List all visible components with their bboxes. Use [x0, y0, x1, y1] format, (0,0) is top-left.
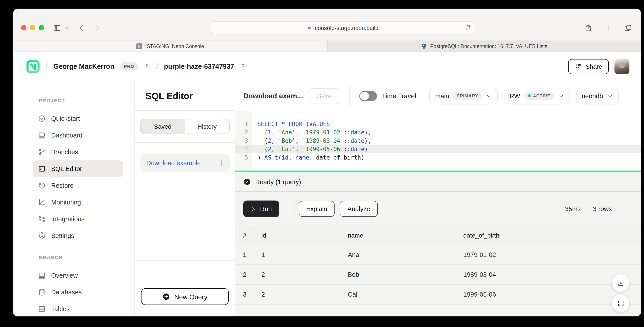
table-row[interactable]: 32Cal1999-05-06	[236, 285, 641, 304]
sidebar-toggle-icon[interactable]	[53, 24, 61, 32]
compute-select[interactable]: RW ACTIVE	[504, 88, 570, 104]
code-line[interactable]: 5) AS t(id, name, date_of_birth)	[236, 153, 641, 162]
row-index-cell: 3	[236, 285, 254, 304]
column-header-name: name	[341, 226, 456, 244]
neon-logo[interactable]	[26, 60, 40, 73]
editor-resize-handle[interactable]	[236, 170, 641, 172]
time-travel-toggle[interactable]	[359, 90, 377, 101]
line-number: 3	[236, 136, 252, 145]
sidebar-item-monitoring[interactable]: Monitoring	[32, 194, 123, 211]
close-window-button[interactable]	[21, 25, 26, 30]
row-index-cell: 2	[236, 265, 254, 284]
sidebar-item-restore[interactable]: Restore	[32, 177, 123, 194]
expand-icon	[617, 300, 624, 307]
breadcrumb-project-name[interactable]: purple-haze-63747937	[164, 62, 234, 70]
database-select[interactable]: neondb	[576, 88, 619, 104]
status-text: Ready (1 query)	[255, 178, 301, 185]
line-number: 2	[236, 128, 252, 136]
org-selector-icon[interactable]	[144, 62, 150, 70]
sidebar-item-tables[interactable]: Tables	[32, 300, 123, 316]
toolbar-divider	[349, 86, 350, 106]
sql-code-editor[interactable]: 1SELECT * FROM (VALUES2 (1, 'Ana', '1979…	[236, 111, 641, 170]
explain-button[interactable]: Explain	[299, 201, 334, 217]
code-line[interactable]: 2 (1, 'Ana', '1979-01-02'::date),	[236, 128, 641, 136]
save-button[interactable]: Save	[309, 88, 340, 104]
sidebar-item-overview[interactable]: Overview	[32, 267, 123, 284]
tab-title: PostgreSQL: Documentation: 16: 7.7. VALU…	[430, 44, 547, 49]
table-cell: 2	[254, 285, 341, 304]
actions-bar: Run Explain Analyze 35ms 3 rows	[236, 192, 641, 226]
sidebar-item-label: Restore	[51, 182, 74, 189]
reload-icon[interactable]	[464, 24, 470, 32]
code-line[interactable]: 4 (2, 'Cal', '1999-05-06'::date)	[236, 145, 641, 153]
forward-button-icon[interactable]	[93, 24, 102, 32]
database-name: neondb	[582, 92, 603, 100]
dashboard-icon	[38, 131, 46, 139]
primary-badge: PRIMARY	[453, 92, 482, 100]
code-lines: 1SELECT * FROM (VALUES2 (1, 'Ana', '1979…	[236, 111, 641, 162]
results-body: 11Ana1979-01-0222Bob1989-03-0432Cal1999-…	[236, 245, 641, 304]
chevron-down-icon	[558, 93, 564, 99]
address-bar[interactable]: console-stage.neon.build	[210, 21, 475, 34]
saved-query-name: Download example	[146, 160, 201, 166]
sidebar-item-label: Branches	[51, 148, 78, 156]
analyze-button[interactable]: Analyze	[340, 201, 378, 217]
breadcrumb-separator: /	[46, 61, 48, 71]
sidebar-item-settings[interactable]: Settings	[32, 228, 123, 244]
code-text: SELECT * FROM (VALUES	[252, 120, 641, 128]
line-number: 4	[236, 145, 252, 153]
browser-tab-postgresql-docs[interactable]: PostgreSQL: Documentation: 16: 7.7. VALU…	[327, 41, 641, 52]
saved-history-segmented-control: Saved History	[140, 119, 230, 134]
sidebar-item-label: Settings	[51, 232, 74, 239]
share-page-icon[interactable]	[584, 24, 592, 32]
kebab-menu-icon[interactable]	[216, 158, 227, 168]
results-header-row: # id name date_of_birth	[236, 226, 641, 245]
people-icon	[574, 62, 582, 70]
project-selector-icon[interactable]	[240, 62, 246, 70]
column-header-date-of-birth: date_of_birth	[456, 226, 641, 244]
sidebar-item-quickstart[interactable]: Quickstart	[32, 110, 123, 127]
branch-icon	[38, 148, 46, 156]
code-line[interactable]: 1SELECT * FROM (VALUES	[236, 120, 641, 128]
back-button-icon[interactable]	[78, 24, 86, 32]
share-button[interactable]: Share	[568, 59, 609, 74]
results-table: # id name date_of_birth 11Ana1979-01-022…	[236, 226, 641, 316]
user-avatar[interactable]	[614, 59, 630, 74]
sidebar-item-label: Integrations	[51, 216, 85, 222]
expand-results-button[interactable]	[612, 294, 630, 312]
editor-column: Download exam... Save Time Travel main P…	[236, 81, 641, 316]
branch-select[interactable]: main PRIMARY	[430, 88, 498, 104]
result-row-count: 3 rows	[593, 205, 612, 212]
saved-query-item[interactable]: Download example	[140, 154, 230, 172]
tables-icon	[38, 305, 46, 313]
sidebar-item-branches[interactable]: Branches	[32, 144, 123, 160]
tab-history[interactable]: History	[185, 120, 229, 134]
table-row[interactable]: 22Bob1989-03-04	[236, 265, 641, 285]
sidebar-item-integrations[interactable]: Integrations	[32, 211, 123, 228]
code-text: ) AS t(id, name, date_of_birth)	[252, 153, 641, 162]
line-number: 1	[236, 120, 252, 128]
sidebar-item-sql-editor[interactable]: SQL Editor	[32, 160, 123, 177]
sidebar-section-label: BRANCH	[39, 255, 134, 260]
code-line[interactable]: 3 (2, 'Bob', '1989-03-04'::date),	[236, 136, 641, 145]
new-tab-icon[interactable]	[604, 24, 612, 32]
chevron-down-icon	[607, 93, 613, 99]
monitoring-icon	[38, 198, 46, 206]
minimize-window-button[interactable]	[30, 25, 35, 30]
status-bar: Ready (1 query)	[236, 172, 641, 192]
breadcrumb-org-name[interactable]: George MacKerron	[54, 62, 114, 70]
run-button[interactable]: Run	[243, 200, 279, 217]
postgresql-elephant-favicon	[421, 43, 427, 49]
sidebar-item-dashboard[interactable]: Dashboard	[32, 127, 123, 144]
browser-tab-neon-console[interactable]: N [STAGING] Neon Console	[13, 41, 327, 52]
tab-overview-icon[interactable]	[624, 24, 632, 32]
play-icon	[250, 206, 256, 212]
sidebar-item-databases[interactable]: Databases	[32, 284, 123, 300]
zoom-window-button[interactable]	[39, 25, 44, 30]
new-query-button[interactable]: New Query	[141, 288, 229, 305]
download-results-button[interactable]	[612, 274, 630, 292]
breadcrumb-separator: /	[156, 61, 158, 71]
sidebar-chevron-icon[interactable]	[64, 25, 69, 30]
table-row[interactable]: 11Ana1979-01-02	[236, 245, 641, 265]
tab-saved[interactable]: Saved	[140, 120, 185, 134]
